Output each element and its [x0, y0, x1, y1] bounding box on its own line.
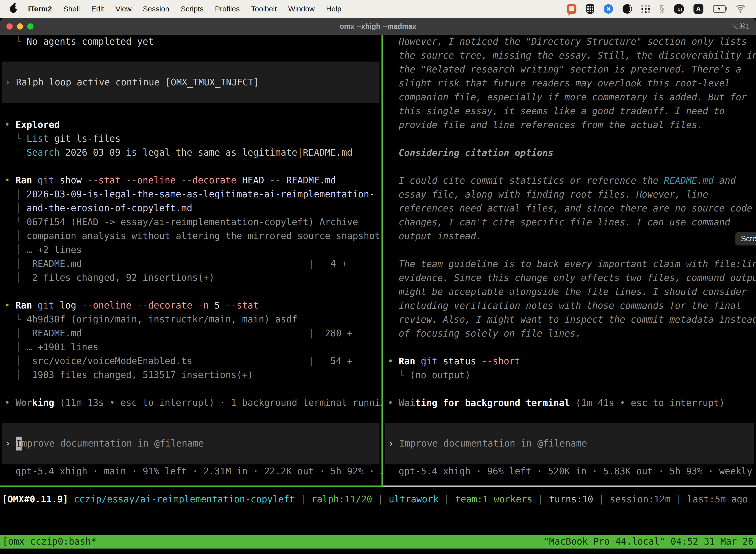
terminal-line: the source tree, missing the essay. Stil…	[383, 49, 756, 63]
pane-divider[interactable]	[381, 35, 383, 486]
terminal-line: might be acceptable alongside the file l…	[383, 285, 756, 299]
squiggle-icon[interactable]: §	[659, 3, 664, 15]
prompt-input[interactable]: › Improve documentation in @filename	[385, 423, 754, 464]
terminal-line: └ 067f154 (HEAD -> essay/ai-reimplementa…	[0, 215, 381, 229]
terminal-line: references need actual files, and since …	[383, 202, 756, 215]
dots-grid-icon[interactable]	[641, 5, 650, 13]
terminal-line: └ 4b9d30f (origin/main, instructkr/main,…	[0, 313, 381, 326]
menu-items: iTerm2ShellEditViewSessionScriptsProfile…	[28, 5, 353, 13]
terminal-line	[383, 382, 756, 396]
terminal-line	[383, 160, 756, 174]
sync-icon[interactable]: N	[604, 4, 613, 14]
terminal-line: │ … +1901 lines	[0, 340, 381, 354]
terminal-line: gpt-5.4 xhigh · 96% left · 520K in · 5.8…	[383, 464, 756, 478]
tmux-session-label: [omx-cczip0:bash*	[2, 535, 97, 549]
iterm-window: omx --xhigh --madmax ⌥⌘1 └ No agents com…	[0, 18, 756, 554]
tmux-host-clock: "MacBook-Pro-44.local" 04:52 31-Mar-26	[544, 535, 754, 549]
terminal-area[interactable]: └ No agents completed yet› Ralph loop ac…	[0, 35, 756, 554]
terminal-line	[0, 382, 381, 396]
shield-icon[interactable]	[586, 4, 594, 14]
terminal-line: Search 2026-03-09-is-legal-the-same-as-l…	[0, 146, 381, 160]
screen-overlay-pill[interactable]: Scre	[736, 232, 756, 245]
terminal-line	[0, 103, 381, 118]
menu-item-session[interactable]: Session	[143, 5, 170, 13]
chat-icon[interactable]	[567, 4, 576, 14]
terminal-line: │ and-the-erosion-of-copyleft.md	[0, 201, 381, 215]
terminal-line: including verification notes with those …	[383, 299, 756, 313]
terminal-line	[383, 410, 756, 423]
terminal-line: │ companion analysis without altering th…	[0, 229, 381, 243]
terminal-line: of focusing solely on file lines.	[383, 327, 756, 340]
terminal-line: Considering citation options	[383, 146, 756, 160]
menu-item-view[interactable]: View	[116, 5, 131, 13]
badge-61-icon[interactable]: ..61	[674, 4, 684, 14]
left-pane[interactable]: └ No agents completed yet› Ralph loop ac…	[0, 35, 381, 486]
terminal-line	[383, 132, 756, 146]
window-titlebar[interactable]: omx --xhigh --madmax ⌥⌘1	[0, 18, 756, 35]
menu-item-help[interactable]: Help	[326, 5, 341, 13]
terminal-line: evidence. Since this change only affects…	[383, 271, 756, 285]
menu-item-scripts[interactable]: Scripts	[181, 5, 204, 13]
terminal-line: • Working (11m 13s • esc to interrupt) ·…	[0, 396, 381, 410]
terminal-line: the "Related research writing" section i…	[383, 63, 756, 76]
terminal-line: this single essay, it seems like a good …	[383, 104, 756, 118]
terminal-line: │ 2026-03-09-is-legal-the-same-as-legiti…	[0, 187, 381, 201]
terminal-line: companion file, especially if more comme…	[383, 90, 756, 104]
terminal-line: I could cite commit statistics or refere…	[383, 174, 756, 188]
omx-status-line: [OMX#0.11.9] cczip/essay/ai-reimplementa…	[2, 492, 756, 506]
prompt-input[interactable]: › Ralph loop active continue [OMX_TMUX_I…	[2, 62, 379, 103]
menu-item-profiles[interactable]: Profiles	[215, 5, 240, 13]
terminal-line	[0, 160, 381, 173]
terminal-line: gpt-5.4 xhigh · main · 91% left · 2.31M …	[0, 464, 381, 478]
status-icons: N § ..61 A	[567, 3, 746, 15]
active-pane-border	[0, 486, 383, 487]
terminal-line	[0, 285, 381, 298]
terminal-line: │ README.md | 280 +	[0, 326, 381, 340]
terminal-line: └ List git ls-files	[0, 132, 381, 146]
menu-item-shell[interactable]: Shell	[63, 5, 80, 13]
terminal-line: • Explored	[0, 118, 381, 132]
wifi-icon[interactable]	[735, 5, 746, 13]
terminal-line: │ 1903 files changed, 513517 insertions(…	[0, 368, 381, 382]
menu-item-toolbelt[interactable]: Toolbelt	[251, 5, 277, 13]
terminal-line: The team guideline is to back every impo…	[383, 257, 756, 271]
menu-item-window[interactable]: Window	[288, 5, 315, 13]
window-title: omx --xhigh --madmax	[0, 18, 756, 35]
right-pane[interactable]: However, I noticed the "Directory Struct…	[383, 35, 756, 486]
menu-item-edit[interactable]: Edit	[91, 5, 104, 13]
terminal-line: review. Also, I might want to inspect th…	[383, 313, 756, 327]
input-source-icon[interactable]: A	[693, 4, 703, 14]
prompt-input[interactable]: › Improve documentation in @filename	[2, 423, 379, 464]
pie-chart-icon[interactable]	[623, 4, 632, 14]
screen: iTerm2ShellEditViewSessionScriptsProfile…	[0, 0, 756, 554]
terminal-line: • Ran git log --oneline --decorate -n 5 …	[0, 298, 381, 313]
apple-menu-icon[interactable]	[10, 5, 17, 13]
tmux-status-bar: [omx-cczip0:bash* "MacBook-Pro-44.local"…	[0, 535, 756, 549]
window-shortcut: ⌥⌘1	[731, 18, 750, 35]
terminal-line	[383, 243, 756, 257]
inactive-pane-border	[383, 486, 756, 487]
terminal-line	[0, 49, 381, 62]
terminal-line: However, I noticed the "Directory Struct…	[383, 35, 756, 49]
terminal-line: • Ran git show --stat --oneline --decora…	[0, 173, 381, 187]
terminal-line: │ README.md | 4 +	[0, 257, 381, 271]
terminal-line	[383, 340, 756, 354]
menu-item-iterm2[interactable]: iTerm2	[28, 5, 52, 13]
terminal-line: output instead.	[383, 229, 756, 243]
terminal-line: │ 2 files changed, 92 insertions(+)	[0, 271, 381, 285]
terminal-line: │ … +2 lines	[0, 243, 381, 257]
terminal-line: essay file, along with finding root file…	[383, 188, 756, 202]
terminal-line: provide file and line references from th…	[383, 118, 756, 132]
battery-icon[interactable]	[713, 5, 726, 13]
terminal-line: • Ran git status --short	[383, 354, 756, 368]
terminal-line: │ src/voice/voiceModeEnabled.ts | 54 +	[0, 354, 381, 368]
terminal-line	[0, 410, 381, 423]
terminal-line: • Waiting for background terminal (1m 41…	[383, 396, 756, 410]
terminal-line: └ (no output)	[383, 368, 756, 382]
terminal-line: changes, I can't cite specific file line…	[383, 215, 756, 229]
terminal-line: slight risk that future readers may over…	[383, 76, 756, 90]
menu-bar: iTerm2ShellEditViewSessionScriptsProfile…	[0, 0, 756, 18]
terminal-line: └ No agents completed yet	[0, 35, 381, 49]
